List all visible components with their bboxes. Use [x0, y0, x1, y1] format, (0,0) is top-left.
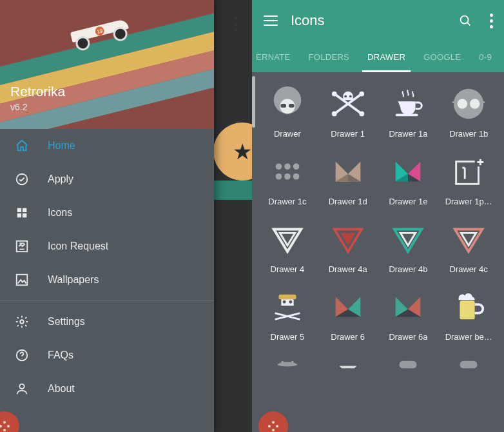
icon-label: Drawer 1: [331, 129, 365, 139]
oneplus-icon: [449, 152, 489, 191]
icon-cell[interactable]: Drawer 4c: [438, 219, 499, 274]
icon-label: Drawer 4: [271, 264, 305, 274]
m-dual-red-teal-icon: [328, 287, 368, 327]
svg-point-34: [276, 173, 282, 180]
tab-google[interactable]: GOOGLE: [414, 41, 470, 72]
icon-cell[interactable]: Drawer 1: [318, 84, 378, 139]
tab-folders[interactable]: FOLDERS: [300, 41, 359, 72]
tab-drawer[interactable]: DRAWER: [358, 41, 414, 72]
icon-cell[interactable]: Drawer be…: [438, 287, 499, 342]
image-icon: [14, 272, 30, 288]
nav-item-about[interactable]: About: [0, 372, 214, 406]
icon-label: Drawer 4c: [450, 264, 488, 274]
icon-cell[interactable]: Drawer 1d: [318, 152, 378, 206]
icon-cell[interactable]: [318, 355, 378, 395]
svg-point-10: [19, 384, 24, 389]
overflow-menu-icon[interactable]: [478, 8, 504, 34]
icon-cell[interactable]: [257, 355, 318, 395]
icon-cell[interactable]: [438, 355, 499, 395]
dots-grid-icon: [267, 152, 307, 191]
home-background: ★: [213, 0, 252, 432]
icon-cell[interactable]: Drawer 6a: [378, 287, 439, 342]
svg-rect-1: [17, 208, 21, 212]
svg-point-31: [276, 163, 282, 170]
icon-cell[interactable]: Drawer 6: [318, 287, 378, 342]
icon-label: Drawer 1a: [389, 129, 427, 139]
icon-label: Drawer: [274, 129, 301, 139]
svg-point-32: [284, 163, 291, 170]
triangle-white-icon: [267, 219, 307, 259]
svg-point-33: [293, 163, 300, 170]
svg-rect-14: [280, 104, 286, 108]
svg-rect-68: [400, 361, 417, 369]
grid-icon: [14, 205, 30, 221]
nav-item-icons[interactable]: Icons: [0, 196, 214, 230]
svg-rect-65: [460, 300, 475, 319]
svg-point-9: [21, 358, 22, 358]
icon-cell[interactable]: Drawer 4b: [378, 219, 439, 274]
icon-cell[interactable]: Drawer: [257, 84, 318, 139]
svg-point-26: [458, 99, 467, 108]
m-shape-icon: [328, 152, 368, 191]
nav-item-wallpapers[interactable]: Wallpapers: [0, 263, 214, 297]
svg-rect-15: [289, 104, 295, 108]
m-dual-teal-red-icon: [388, 287, 428, 327]
icon-cell[interactable]: Drawer 1a: [378, 84, 439, 139]
icon-cell[interactable]: Drawer 4: [257, 219, 318, 274]
nav-item-faqs[interactable]: FAQs: [0, 339, 214, 372]
nav-label: Wallpapers: [48, 274, 99, 286]
svg-point-19: [359, 92, 364, 97]
svg-rect-2: [23, 208, 26, 212]
svg-rect-4: [23, 213, 26, 217]
nav-label: Home: [48, 140, 75, 152]
svg-rect-69: [460, 361, 478, 369]
svg-rect-29: [452, 101, 456, 103]
overflow-menu-icon[interactable]: [235, 17, 238, 32]
tab-alternate[interactable]: ERNATE: [252, 41, 300, 72]
svg-point-7: [20, 320, 24, 324]
person-icon: [14, 381, 30, 397]
icon-label: Drawer be…: [445, 332, 492, 342]
nav-list: Home Apply Icons Icon Request Wallpapers: [0, 129, 214, 406]
hamburger-icon[interactable]: [264, 14, 278, 28]
icon-cell[interactable]: [378, 355, 439, 395]
icon-label: Drawer 1c: [268, 197, 306, 206]
request-icon: [14, 239, 30, 254]
search-icon[interactable]: [452, 8, 478, 34]
icon-label: Drawer 4b: [389, 264, 427, 274]
left-screenshot: ★ 19 Retrorika v6.2: [0, 0, 252, 432]
skull-crossbones-icon: [328, 84, 368, 124]
svg-point-11: [461, 16, 469, 24]
nav-item-home[interactable]: Home: [0, 129, 214, 162]
nav-item-apply[interactable]: Apply: [0, 162, 214, 196]
svg-point-20: [331, 112, 336, 117]
svg-point-36: [293, 173, 300, 180]
star-badge: ★: [213, 123, 252, 181]
tab-0-9[interactable]: 0-9: [470, 41, 501, 72]
icon-cell[interactable]: Drawer 1c: [257, 152, 318, 206]
icon-label: Drawer 1e: [389, 197, 427, 206]
icon-label: Drawer 6a: [389, 332, 427, 342]
icon-cell[interactable]: Drawer 4a: [318, 219, 378, 274]
svg-point-35: [284, 173, 291, 180]
gear-icon: [14, 314, 30, 329]
coffee-cup-icon: [388, 84, 428, 124]
icon-cell[interactable]: Drawer 1b: [438, 84, 499, 139]
svg-point-21: [359, 112, 364, 117]
svg-rect-3: [17, 213, 21, 217]
help-icon: [14, 348, 30, 363]
nav-item-settings[interactable]: Settings: [0, 305, 214, 339]
icon-cell[interactable]: Drawer 1p…: [438, 152, 499, 206]
check-circle-icon: [14, 172, 30, 187]
home-icon: [14, 138, 30, 153]
triangle-teal-icon: [388, 219, 428, 259]
drawer-header: 19 Retrorika v6.2: [0, 0, 214, 129]
nav-item-icon-request[interactable]: Icon Request: [0, 230, 214, 263]
icon-cell[interactable]: Drawer 1e: [378, 152, 439, 206]
svg-rect-30: [481, 101, 485, 103]
navigation-drawer: 19 Retrorika v6.2 Home Apply: [0, 0, 214, 432]
svg-point-57: [283, 300, 286, 304]
icon-cell[interactable]: Drawer 5: [257, 287, 318, 342]
triangle-pink-icon: [449, 219, 489, 259]
svg-rect-28: [467, 90, 470, 94]
